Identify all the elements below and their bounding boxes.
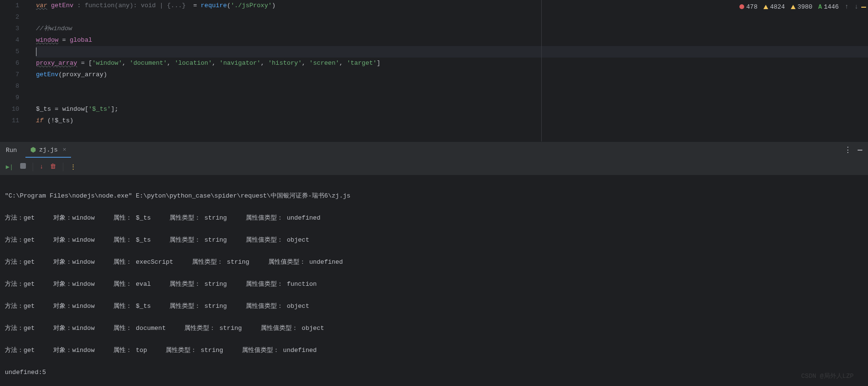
- paren: ): [103, 71, 107, 78]
- ident-global: global: [70, 36, 92, 44]
- code-line-8[interactable]: [36, 81, 868, 92]
- ident-getenv: getEnv: [47, 2, 73, 9]
- string-literal: '$_ts': [88, 105, 111, 113]
- paren: (!: [47, 117, 55, 124]
- string-literal: 'screen': [309, 59, 339, 67]
- console-row: 方法：get 对象：window 属性： $_ts 属性类型： string 属…: [5, 301, 863, 312]
- code-line-7[interactable]: getEnv(proxy_array): [36, 69, 868, 81]
- keyword-var: var: [36, 2, 47, 9]
- equals: =: [186, 2, 201, 9]
- prev-highlight-icon[interactable]: ↑: [844, 3, 848, 11]
- comment: //补window: [36, 25, 72, 32]
- editor-area: 1 2 3 4 5 6 7 8 9 10 11 var getEnv : fun…: [0, 0, 868, 141]
- typos-value: 1446: [824, 3, 839, 11]
- comma: ,: [212, 59, 220, 67]
- errors-value: 478: [746, 3, 757, 11]
- console-row: 方法：get 对象：window 属性： top 属性类型： string 属性…: [5, 345, 863, 356]
- line-number: 11: [0, 115, 19, 127]
- minimize-panel-icon[interactable]: —: [857, 146, 862, 154]
- equals: =: [59, 36, 70, 44]
- rerun-icon[interactable]: ▶|: [6, 163, 13, 171]
- string-literal: 'target': [347, 59, 377, 67]
- errors-count[interactable]: 478: [739, 3, 757, 11]
- console-row: 方法：get 对象：window 属性： document 属性类型： stri…: [5, 323, 863, 334]
- ident-ts: $_ts: [55, 117, 70, 124]
- code-line-4[interactable]: window = global: [36, 35, 868, 46]
- console-row: 方法：get 对象：window 属性： $_ts 属性类型： string 属…: [5, 234, 863, 246]
- string-literal: 'document': [130, 59, 167, 67]
- code-line-11[interactable]: if (!$_ts): [36, 115, 868, 127]
- inspection-status: 478 4824 3980 A1446 ↑ ↓: [739, 3, 858, 11]
- warning-icon: [791, 5, 796, 9]
- run-panel-header: Run ⬢ zj.js × ⋮ —: [0, 141, 868, 158]
- scroll-to-end-icon[interactable]: ↓: [40, 163, 44, 170]
- line-number: 8: [0, 81, 19, 92]
- code-line-3[interactable]: //补window: [36, 23, 868, 35]
- fn-getenv-call: getEnv: [36, 71, 59, 78]
- bracket: ]: [377, 59, 380, 67]
- typos-count[interactable]: A1446: [818, 3, 839, 11]
- clear-console-icon[interactable]: 🗑: [50, 163, 56, 170]
- paren: (: [59, 71, 62, 78]
- toolbar-more-icon[interactable]: ⋮: [70, 163, 75, 171]
- string-literal: 'window': [92, 59, 122, 67]
- line-number: 1: [0, 0, 19, 12]
- toolbar-divider: [63, 163, 63, 171]
- weak-warnings-value: 3980: [797, 3, 812, 11]
- stop-icon[interactable]: [20, 163, 26, 171]
- bracket: ];: [111, 105, 119, 113]
- ident-window: window: [36, 36, 59, 44]
- nodejs-icon: ⬢: [30, 146, 36, 154]
- console-command: "C:\Program Files\nodejs\node.exe" E:\py…: [5, 190, 863, 201]
- line-number: 6: [0, 58, 19, 69]
- watermark: CSDN @局外人LZP: [801, 372, 854, 380]
- equals: =: [51, 105, 62, 113]
- error-stripe-marker[interactable]: [861, 7, 866, 8]
- line-number: 3: [0, 23, 19, 35]
- run-toolbar: ▶| ↓ 🗑 ⋮: [0, 158, 868, 175]
- paren: ): [272, 2, 276, 9]
- code-line-9[interactable]: [36, 92, 868, 104]
- keyword-if: if: [36, 117, 47, 124]
- paren: ): [70, 117, 73, 124]
- ident-ts: $_ts: [36, 105, 51, 113]
- comma: ,: [167, 59, 175, 67]
- comma: ,: [339, 59, 347, 67]
- run-panel-title: Run: [6, 147, 17, 154]
- code-line-2[interactable]: [36, 12, 868, 23]
- line-number: 4: [0, 35, 19, 46]
- fn-require: require: [201, 2, 227, 9]
- warning-icon: [763, 5, 768, 9]
- run-tab-active[interactable]: ⬢ zj.js ×: [25, 143, 71, 158]
- equals-bracket: = [: [77, 59, 92, 67]
- paren: (: [227, 2, 231, 9]
- error-icon: [739, 4, 744, 9]
- ident-proxy-array: proxy_array: [36, 59, 77, 67]
- console-row: 方法：get 对象：window 属性： eval 属性类型： string 属…: [5, 279, 863, 290]
- weak-warnings-count[interactable]: 3980: [791, 3, 812, 11]
- string-literal: 'history': [268, 59, 302, 67]
- next-highlight-icon[interactable]: ↓: [855, 3, 858, 11]
- code-line-10[interactable]: $_ts = window['$_ts'];: [36, 104, 868, 115]
- warnings-count[interactable]: 4824: [763, 3, 785, 11]
- comma: ,: [122, 59, 130, 67]
- console-undefined: undefined:5: [5, 367, 863, 378]
- ident-window: window: [62, 105, 85, 113]
- close-tab-icon[interactable]: ×: [62, 146, 66, 153]
- code-area[interactable]: var getEnv : function(any): void | {...}…: [26, 0, 868, 141]
- toolbar-divider: [33, 163, 33, 171]
- comma: ,: [302, 59, 309, 67]
- warnings-value: 4824: [770, 3, 785, 11]
- line-number: 10: [0, 104, 19, 115]
- code-line-5-current[interactable]: [36, 46, 868, 58]
- more-options-icon[interactable]: ⋮: [844, 145, 851, 155]
- code-line-6[interactable]: proxy_array = ['window', 'document', 'lo…: [36, 58, 868, 69]
- line-number: 5: [0, 46, 19, 58]
- line-number: 2: [0, 12, 19, 23]
- ident-arg: proxy_array: [62, 71, 104, 78]
- console-output[interactable]: "C:\Program Files\nodejs\node.exe" E:\py…: [0, 175, 868, 386]
- line-number: 9: [0, 92, 19, 104]
- run-tab-label: zj.js: [39, 146, 58, 153]
- editor-guide-line: [541, 0, 542, 141]
- console-row: 方法：get 对象：window 属性： $_ts 属性类型： string 属…: [5, 212, 863, 223]
